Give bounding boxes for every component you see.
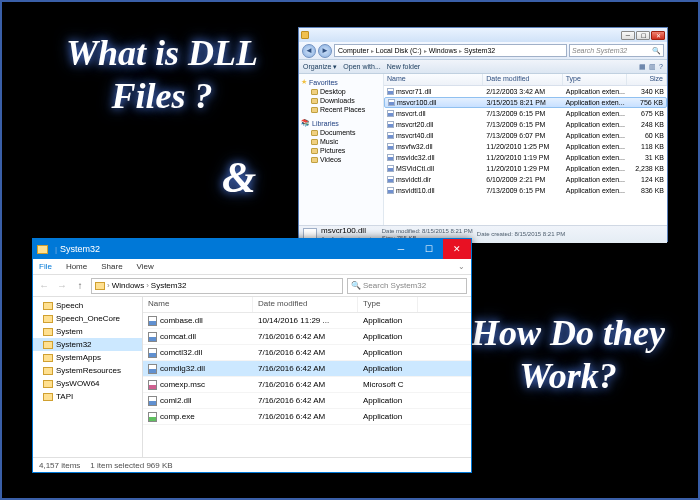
file-row[interactable]: msvcr100.dll3/15/2015 8:21 PMApplication… bbox=[384, 97, 667, 108]
crumb[interactable]: Windows bbox=[428, 47, 458, 54]
file-row[interactable]: comcat.dll7/16/2016 6:42 AMApplication bbox=[143, 329, 471, 345]
file-row[interactable]: msvidtl10.dll7/13/2009 6:15 PMApplicatio… bbox=[384, 185, 667, 196]
col-type[interactable]: Type bbox=[358, 297, 418, 312]
file-row[interactable]: MSVidCtl.dll11/20/2010 1:29 PMApplicatio… bbox=[384, 163, 667, 174]
tree-item[interactable]: TAPI bbox=[33, 390, 142, 403]
folder-icon bbox=[311, 148, 318, 154]
column-headers: Name Date modified Type bbox=[143, 297, 471, 313]
libraries-header[interactable]: 📚Libraries bbox=[301, 118, 381, 128]
file-row[interactable]: msvidctl.dir6/10/2009 2:21 PMApplication… bbox=[384, 174, 667, 185]
crumb[interactable]: System32 bbox=[463, 47, 496, 54]
folder-icon bbox=[95, 282, 105, 290]
file-row[interactable]: msvcr71.dll2/12/2003 3:42 AMApplication … bbox=[384, 86, 667, 97]
tab-home[interactable]: Home bbox=[66, 262, 87, 271]
folder-icon bbox=[311, 157, 318, 163]
newfolder-button[interactable]: New folder bbox=[387, 63, 420, 70]
win10-explorer-window: | System32 ─ ☐ ✕ File Home Share View ⌄ … bbox=[32, 238, 472, 473]
file-row[interactable]: combase.dll10/14/2016 11:29 ...Applicati… bbox=[143, 313, 471, 329]
organize-button[interactable]: Organize ▾ bbox=[303, 63, 337, 71]
crumb[interactable]: System32 bbox=[151, 281, 187, 290]
file-row[interactable]: msvidc32.dll11/20/2010 1:19 PMApplicatio… bbox=[384, 152, 667, 163]
breadcrumb[interactable]: Computer▸ Local Disk (C:)▸ Windows▸ Syst… bbox=[334, 44, 567, 57]
tree-item[interactable]: Speech_OneCore bbox=[33, 312, 142, 325]
file-row[interactable]: comexp.msc7/16/2016 6:42 AMMicrosoft C bbox=[143, 377, 471, 393]
close-button[interactable]: ✕ bbox=[443, 239, 471, 259]
back-button[interactable]: ← bbox=[37, 280, 51, 291]
folder-icon bbox=[311, 98, 318, 104]
selection-info: 1 item selected 969 KB bbox=[90, 461, 172, 470]
col-type[interactable]: Type bbox=[563, 74, 628, 85]
folder-icon bbox=[43, 354, 53, 362]
tree-item[interactable]: System bbox=[33, 325, 142, 338]
folder-icon bbox=[43, 380, 53, 388]
view-button[interactable]: ▦ bbox=[639, 63, 646, 71]
minimize-button[interactable]: ─ bbox=[621, 31, 635, 40]
file-row[interactable]: msvcrt40.dll7/13/2009 6:07 PMApplication… bbox=[384, 130, 667, 141]
nav-item[interactable]: Desktop bbox=[301, 87, 381, 96]
file-icon bbox=[148, 364, 157, 374]
openwith-button[interactable]: Open with... bbox=[343, 63, 380, 70]
crumb[interactable]: Local Disk (C:) bbox=[375, 47, 423, 54]
star-icon: ★ bbox=[301, 78, 307, 86]
tree-item[interactable]: System32 bbox=[33, 338, 142, 351]
nav-item[interactable]: Videos bbox=[301, 155, 381, 164]
tree-item[interactable]: SystemResources bbox=[33, 364, 142, 377]
maximize-button[interactable]: ☐ bbox=[636, 31, 650, 40]
folder-icon bbox=[43, 302, 53, 310]
col-name[interactable]: Name bbox=[143, 297, 253, 312]
help-button[interactable]: ? bbox=[659, 63, 663, 71]
detail-filename: msvcr100.dll bbox=[321, 227, 378, 236]
file-row[interactable]: comp.exe7/16/2016 6:42 AMApplication bbox=[143, 409, 471, 425]
col-name[interactable]: Name bbox=[384, 74, 483, 85]
win7-nav-pane: ★Favorites Desktop Downloads Recent Plac… bbox=[299, 74, 384, 225]
col-modified[interactable]: Date modified bbox=[253, 297, 358, 312]
qat-separator: | bbox=[55, 245, 57, 254]
chevron-right-icon: ▸ bbox=[424, 47, 427, 54]
search-input[interactable]: Search System32 🔍 bbox=[569, 44, 664, 57]
col-size[interactable]: Size bbox=[627, 74, 667, 85]
file-row[interactable]: coml2.dll7/16/2016 6:42 AMApplication bbox=[143, 393, 471, 409]
nav-item[interactable]: Pictures bbox=[301, 146, 381, 155]
expand-ribbon-button[interactable]: ⌄ bbox=[458, 262, 465, 271]
tree-item[interactable]: SystemApps bbox=[33, 351, 142, 364]
up-button[interactable]: ↑ bbox=[73, 280, 87, 291]
folder-icon bbox=[43, 393, 53, 401]
favorites-header[interactable]: ★Favorites bbox=[301, 77, 381, 87]
forward-button[interactable]: ► bbox=[318, 44, 332, 58]
folder-icon bbox=[311, 107, 318, 113]
win10-titlebar[interactable]: | System32 ─ ☐ ✕ bbox=[33, 239, 471, 259]
back-button[interactable]: ◄ bbox=[302, 44, 316, 58]
file-row[interactable]: comdlg32.dll7/16/2016 6:42 AMApplication bbox=[143, 361, 471, 377]
file-icon bbox=[387, 187, 394, 194]
folder-icon bbox=[37, 245, 48, 254]
nav-item[interactable]: Documents bbox=[301, 128, 381, 137]
search-input[interactable]: 🔍 Search System32 bbox=[347, 278, 467, 294]
forward-button[interactable]: → bbox=[55, 280, 69, 291]
tab-view[interactable]: View bbox=[137, 262, 154, 271]
col-modified[interactable]: Date modified bbox=[483, 74, 562, 85]
tree-item[interactable]: SysWOW64 bbox=[33, 377, 142, 390]
file-row[interactable]: msvcrt.dll7/13/2009 6:15 PMApplication e… bbox=[384, 108, 667, 119]
maximize-button[interactable]: ☐ bbox=[415, 239, 443, 259]
crumb[interactable]: Computer bbox=[337, 47, 370, 54]
ampersand: & bbox=[222, 152, 256, 205]
crumb[interactable]: Windows bbox=[112, 281, 144, 290]
close-button[interactable]: ✕ bbox=[651, 31, 665, 40]
breadcrumb[interactable]: › Windows › System32 bbox=[91, 278, 343, 294]
win7-titlebar[interactable]: ─ ☐ ✕ bbox=[299, 28, 667, 42]
file-row[interactable]: msvcrt20.dll7/13/2009 6:15 PMApplication… bbox=[384, 119, 667, 130]
nav-item[interactable]: Recent Places bbox=[301, 105, 381, 114]
file-row[interactable]: msvfw32.dll11/20/2010 1:25 PMApplication… bbox=[384, 141, 667, 152]
minimize-button[interactable]: ─ bbox=[387, 239, 415, 259]
file-row[interactable]: comctl32.dll7/16/2016 6:42 AMApplication bbox=[143, 345, 471, 361]
tree-item[interactable]: Speech bbox=[33, 299, 142, 312]
file-icon bbox=[388, 99, 395, 106]
folder-icon bbox=[43, 367, 53, 375]
window-title: System32 bbox=[60, 244, 100, 254]
preview-button[interactable]: ▥ bbox=[649, 63, 656, 71]
nav-item[interactable]: Downloads bbox=[301, 96, 381, 105]
nav-item[interactable]: Music bbox=[301, 137, 381, 146]
tab-share[interactable]: Share bbox=[101, 262, 122, 271]
file-icon bbox=[387, 165, 394, 172]
tab-file[interactable]: File bbox=[39, 262, 52, 271]
